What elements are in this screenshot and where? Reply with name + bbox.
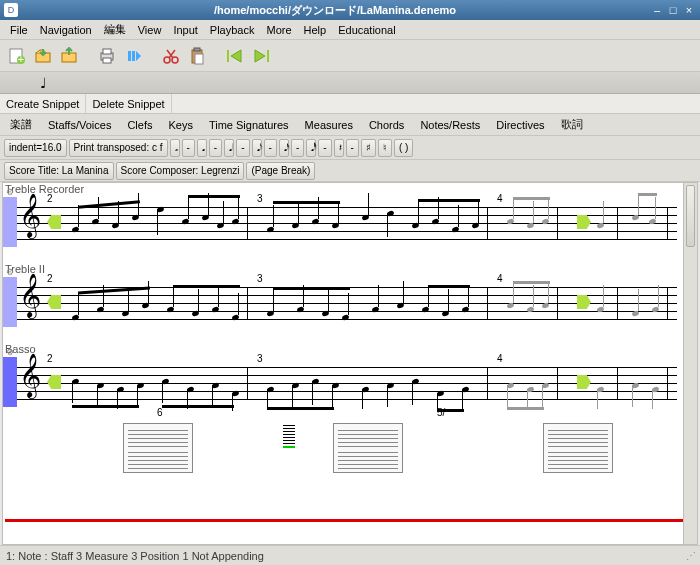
measure-number: 3 [257, 273, 263, 284]
paste-icon[interactable] [186, 45, 208, 67]
menu-input[interactable]: Input [167, 20, 203, 39]
measure-number: 2 [47, 193, 53, 204]
staff-side-1[interactable] [3, 197, 17, 247]
prev-icon[interactable] [224, 45, 246, 67]
measure-number: 2 [47, 353, 53, 364]
glyph-12[interactable]: 𝄽 [334, 139, 344, 157]
svg-rect-6 [103, 49, 111, 54]
menu-educational[interactable]: Educational [332, 20, 402, 39]
svg-rect-15 [195, 54, 203, 64]
note-quarter-icon[interactable]: ♩ [40, 75, 47, 91]
save-file-icon[interactable] [58, 45, 80, 67]
thumbnail-1[interactable] [123, 423, 193, 473]
glyph-2[interactable]: 𝅘 [197, 139, 207, 157]
menu-file[interactable]: File [4, 20, 34, 39]
glyph-1[interactable]: - [182, 139, 195, 157]
tab-score[interactable]: 楽譜 [4, 116, 38, 134]
score-composer-button[interactable]: Score Composer: Legrenzi [116, 162, 245, 180]
glyph-14[interactable]: ♯ [361, 139, 376, 157]
gear-icon[interactable]: ⚙ [3, 267, 17, 277]
svg-marker-18 [255, 50, 265, 62]
glyph-4[interactable]: 𝅘𝅥 [224, 139, 234, 157]
next-icon[interactable] [250, 45, 272, 67]
glyph-15[interactable]: ♮ [378, 139, 392, 157]
tab-directives[interactable]: Directives [490, 116, 550, 134]
glyph-5[interactable]: - [236, 139, 249, 157]
glyph-8[interactable]: 𝅘𝅥𝅯 [279, 139, 289, 157]
new-file-icon[interactable]: + [6, 45, 28, 67]
close-button[interactable]: × [682, 3, 696, 17]
menu-more[interactable]: More [260, 20, 297, 39]
glyph-10[interactable]: 𝅘𝅥𝅰 [306, 139, 316, 157]
gear-icon[interactable]: ⚙ [3, 187, 17, 197]
glyph-3[interactable]: - [209, 139, 222, 157]
tab-timesig[interactable]: Time Signatures [203, 116, 295, 134]
glyph-9[interactable]: - [291, 139, 304, 157]
play-icon[interactable] [122, 45, 144, 67]
menubar: File Navigation 編集 View Input Playback M… [0, 20, 700, 40]
thumbnail-3[interactable] [543, 423, 613, 473]
staff-side-3[interactable] [3, 357, 17, 407]
tab-measures[interactable]: Measures [299, 116, 359, 134]
staff-1[interactable]: ⚙ 𝄞 2 3 4 [17, 197, 677, 247]
treble-clef-icon: 𝄞 [19, 359, 41, 391]
gear-icon[interactable]: ⚙ [3, 347, 17, 357]
page-break-button[interactable]: (Page Break) [246, 162, 315, 180]
thumbnails [123, 423, 613, 473]
score-title-button[interactable]: Score Title: La Manina [4, 162, 114, 180]
menu-playback[interactable]: Playback [204, 20, 261, 39]
measure-number: 4 [497, 193, 503, 204]
staff-2[interactable]: ⚙ 𝄞 2 3 4 [17, 277, 677, 327]
glyph-7[interactable]: - [264, 139, 277, 157]
minimize-button[interactable]: – [650, 3, 664, 17]
score-info-bar: Score Title: La Manina Score Composer: L… [0, 160, 700, 182]
main-toolbar: + [0, 40, 700, 72]
svg-text:+: + [18, 53, 24, 65]
menu-navigation[interactable]: Navigation [34, 20, 98, 39]
menu-view[interactable]: View [132, 20, 168, 39]
tab-lyrics[interactable]: 歌詞 [555, 116, 589, 134]
titlebar: D /home/mocchi/ダウンロード/LaManina.denemo – … [0, 0, 700, 20]
cut-icon[interactable] [160, 45, 182, 67]
glyph-13[interactable]: - [346, 139, 359, 157]
svg-rect-14 [194, 48, 200, 51]
svg-rect-19 [267, 50, 269, 62]
glyph-0[interactable]: 𝅗 [170, 139, 180, 157]
create-snippet-button[interactable]: Create Snippet [0, 94, 86, 113]
indent-button[interactable]: indent=16.0 [4, 139, 67, 157]
measure-number: 3 [257, 193, 263, 204]
vertical-scrollbar[interactable] [683, 183, 697, 544]
measure-number: 3 [257, 353, 263, 364]
maximize-button[interactable]: □ [666, 3, 680, 17]
tab-chords[interactable]: Chords [363, 116, 410, 134]
menu-help[interactable]: Help [298, 20, 333, 39]
tab-keys[interactable]: Keys [162, 116, 198, 134]
svg-marker-17 [231, 50, 241, 62]
tab-staffs[interactable]: Staffs/Voices [42, 116, 117, 134]
status-text: 1: Note : Staff 3 Measure 3 Position 1 N… [6, 550, 264, 562]
transposed-button[interactable]: Print transposed: c f [69, 139, 168, 157]
snippet-bar: Create Snippet Delete Snippet [0, 94, 700, 114]
tab-clefs[interactable]: Clefs [121, 116, 158, 134]
score-area[interactable]: Treble Recorder ⚙ 𝄞 2 3 4 [2, 182, 698, 545]
print-icon[interactable] [96, 45, 118, 67]
property-bar: indent=16.0 Print transposed: c f 𝅗 - 𝅘 … [0, 136, 700, 160]
glyph-16[interactable]: ( ) [394, 139, 413, 157]
menu-edit[interactable]: 編集 [98, 20, 132, 39]
statusbar: 1: Note : Staff 3 Measure 3 Position 1 N… [0, 545, 700, 565]
glyph-11[interactable]: - [318, 139, 331, 157]
app-icon: D [4, 3, 18, 17]
measure-number: 2 [47, 273, 53, 284]
tab-notes[interactable]: Notes/Rests [414, 116, 486, 134]
resize-grip[interactable]: ⋰ [686, 550, 694, 561]
measure-number: 4 [497, 273, 503, 284]
treble-clef-icon: 𝄞 [19, 279, 41, 311]
playback-bar[interactable] [5, 519, 695, 522]
figured-bass: 6 [157, 407, 163, 418]
staff-side-2[interactable] [3, 277, 17, 327]
glyph-6[interactable]: 𝅘𝅥𝅮 [252, 139, 262, 157]
staff-3[interactable]: ⚙ 𝄞 2 3 4 6 [17, 357, 677, 407]
thumbnail-2[interactable] [333, 423, 403, 473]
delete-snippet-button[interactable]: Delete Snippet [86, 94, 171, 113]
open-file-icon[interactable] [32, 45, 54, 67]
